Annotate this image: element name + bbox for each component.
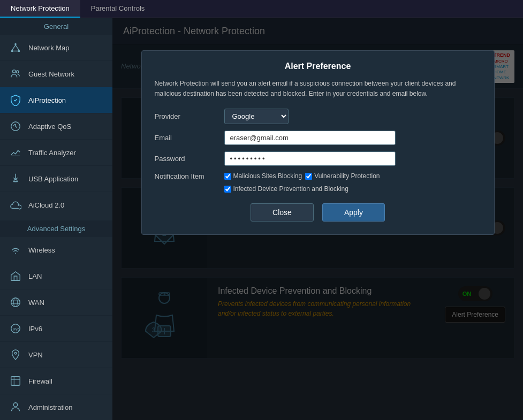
- checkbox-malicious-sites[interactable]: [224, 173, 231, 180]
- password-field-wrap: [224, 151, 481, 166]
- chart-icon: [8, 145, 23, 160]
- tab-network-protection[interactable]: Network Protection: [0, 0, 80, 18]
- qos-icon: [8, 119, 23, 134]
- sidebar-item-label: Firewall: [28, 377, 52, 385]
- sidebar-item-usb-application[interactable]: USB Application: [0, 166, 112, 192]
- sidebar-item-guest-network[interactable]: Guest Network: [0, 61, 112, 87]
- sidebar-item-label: USB Application: [28, 175, 78, 183]
- sidebar-item-label: Adaptive QoS: [28, 123, 71, 131]
- home-icon: [8, 269, 23, 284]
- checkbox-label-vulnerability: Vulnerability Protection: [314, 172, 380, 180]
- svg-point-13: [13, 298, 17, 307]
- svg-point-20: [13, 403, 17, 407]
- sidebar-item-aiprotection[interactable]: AiProtection: [0, 87, 112, 113]
- sidebar-general-label: General: [0, 18, 112, 35]
- sidebar-item-label: AiCloud 2.0: [28, 201, 64, 209]
- svg-point-6: [13, 70, 16, 73]
- shield-icon: [8, 93, 23, 108]
- sidebar-item-label: VPN: [28, 351, 43, 359]
- email-row: Email: [155, 131, 481, 145]
- vpn-icon: [8, 347, 23, 362]
- email-input[interactable]: [224, 131, 396, 145]
- svg-point-18: [14, 352, 17, 354]
- sidebar-item-label: Traffic Analyzer: [28, 149, 76, 157]
- sidebar-item-aicloud[interactable]: AiCloud 2.0: [0, 192, 112, 218]
- notification-options: Malicious Sites Blocking Vulnerability P…: [224, 172, 481, 193]
- tab-parental-controls[interactable]: Parental Controls: [80, 0, 155, 18]
- admin-icon: [8, 400, 23, 415]
- email-field-wrap: [224, 131, 481, 145]
- notification-item-infected: Infected Device Prevention and Blocking: [224, 185, 481, 193]
- svg-rect-19: [11, 377, 20, 386]
- checkbox-vulnerability[interactable]: [305, 173, 312, 180]
- password-row: Password: [155, 151, 481, 166]
- provider-label: Provider: [155, 112, 224, 120]
- sidebar: General Network Map Guest Network AiProt…: [0, 18, 112, 420]
- sidebar-item-network-map[interactable]: Network Map: [0, 35, 112, 61]
- notification-label: Notification Item: [155, 172, 224, 180]
- ipv6-icon: IPv6: [8, 321, 23, 336]
- apply-button[interactable]: Apply: [322, 203, 385, 222]
- sidebar-item-ipv6[interactable]: IPv6 IPv6: [0, 316, 112, 342]
- sidebar-item-label: IPv6: [28, 325, 42, 333]
- sidebar-item-wireless[interactable]: Wireless: [0, 237, 112, 263]
- sidebar-item-firewall[interactable]: Firewall: [0, 368, 112, 394]
- sidebar-item-adaptive-qos[interactable]: Adaptive QoS: [0, 113, 112, 140]
- svg-text:IPv6: IPv6: [13, 327, 20, 331]
- provider-row: Provider Google Yahoo Custom: [155, 109, 481, 124]
- sidebar-item-traffic-analyzer[interactable]: Traffic Analyzer: [0, 140, 112, 166]
- svg-point-12: [11, 298, 20, 307]
- checkbox-label-malicious: Malicious Sites Blocking: [233, 172, 302, 180]
- modal-title: Alert Preference: [155, 62, 481, 71]
- notification-row: Notification Item Malicious Sites Blocki…: [155, 172, 481, 193]
- main-content: AiProtection - Network Protection Networ…: [112, 18, 523, 420]
- checkbox-label-infected: Infected Device Prevention and Blocking: [233, 185, 348, 193]
- sidebar-item-vpn[interactable]: VPN: [0, 342, 112, 368]
- provider-field: Google Yahoo Custom: [224, 109, 481, 124]
- sidebar-item-administration[interactable]: Administration: [0, 394, 112, 420]
- sidebar-item-wan[interactable]: WAN: [0, 289, 112, 316]
- notification-item-malicious: Malicious Sites Blocking: [224, 172, 302, 180]
- notification-item-vulnerability: Vulnerability Protection: [305, 172, 380, 180]
- sidebar-item-label: AiProtection: [28, 96, 66, 104]
- users-icon: [8, 66, 23, 81]
- advanced-settings-label: Advanced Settings: [0, 220, 112, 237]
- sidebar-item-label: LAN: [28, 272, 42, 280]
- top-tab-bar: Network Protection Parental Controls: [0, 0, 523, 18]
- svg-point-7: [16, 71, 19, 73]
- wifi-icon: [8, 242, 23, 257]
- sidebar-item-label: Guest Network: [28, 70, 74, 78]
- password-input[interactable]: [224, 151, 396, 166]
- modal-description: Network Protection will send you an aler…: [155, 79, 481, 99]
- alert-preference-modal: Alert Preference Network Protection will…: [141, 50, 495, 235]
- sidebar-item-label: Administration: [28, 403, 72, 411]
- close-button[interactable]: Close: [251, 203, 314, 222]
- svg-point-0: [14, 43, 17, 45]
- sidebar-item-label: Network Map: [28, 44, 70, 52]
- svg-line-3: [12, 45, 16, 50]
- usb-icon: [8, 171, 23, 186]
- password-label: Password: [155, 155, 224, 163]
- provider-select[interactable]: Google Yahoo Custom: [224, 109, 289, 124]
- svg-point-11: [15, 253, 16, 254]
- modal-buttons: Close Apply: [155, 203, 481, 222]
- email-label: Email: [155, 134, 224, 142]
- firewall-icon: [8, 373, 23, 388]
- checkbox-infected-device[interactable]: [224, 186, 231, 193]
- sidebar-item-label: Wireless: [28, 246, 55, 254]
- cloud-icon: [8, 197, 23, 212]
- network-icon: [8, 40, 23, 55]
- notification-checkboxes: Malicious Sites Blocking Vulnerability P…: [224, 172, 481, 193]
- sidebar-item-lan[interactable]: LAN: [0, 263, 112, 289]
- svg-line-4: [16, 45, 19, 50]
- modal-overlay: Alert Preference Network Protection will…: [112, 18, 523, 420]
- sidebar-item-label: WAN: [28, 299, 44, 307]
- globe-icon: [8, 295, 23, 310]
